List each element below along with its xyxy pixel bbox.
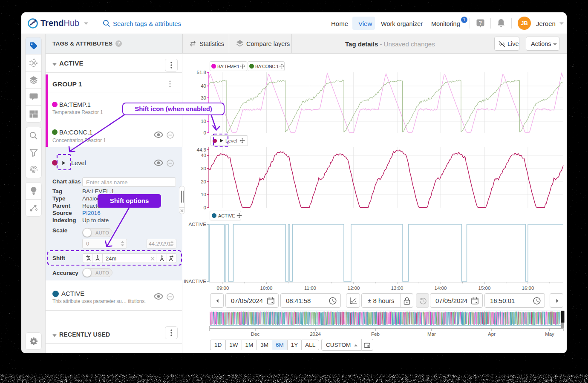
svg-text:13:00: 13:00 bbox=[391, 286, 404, 291]
svg-text:0: 0 bbox=[204, 130, 206, 135]
svg-text:12:00: 12:00 bbox=[348, 286, 360, 291]
svg-text:40: 40 bbox=[201, 83, 206, 89]
svg-text:44.3: 44.3 bbox=[197, 147, 206, 152]
svg-text:May: May bbox=[545, 332, 554, 337]
svg-text:40: 40 bbox=[201, 153, 206, 158]
svg-text:15:00: 15:00 bbox=[478, 286, 491, 291]
svg-text:14:00: 14:00 bbox=[435, 286, 447, 291]
svg-text:30: 30 bbox=[201, 95, 206, 100]
svg-text:20: 20 bbox=[201, 179, 206, 184]
svg-text:10: 10 bbox=[201, 119, 206, 124]
svg-text:30: 30 bbox=[201, 166, 206, 171]
svg-text:Feb: Feb bbox=[371, 332, 380, 337]
svg-text:09:00: 09:00 bbox=[217, 286, 229, 291]
svg-text:?: ? bbox=[479, 20, 482, 26]
svg-text:16:00: 16:00 bbox=[522, 286, 534, 291]
svg-text:Apr: Apr bbox=[488, 332, 496, 337]
svg-text:INACTIVE: INACTIVE bbox=[184, 279, 206, 284]
svg-text:Dec: Dec bbox=[251, 332, 260, 337]
svg-text:ACTIVE: ACTIVE bbox=[188, 222, 206, 227]
svg-text:10:00: 10:00 bbox=[260, 286, 273, 291]
svg-text:Mar: Mar bbox=[427, 332, 436, 337]
svg-text:0: 0 bbox=[204, 205, 206, 210]
svg-text:2024: 2024 bbox=[310, 332, 321, 337]
svg-text:11:00: 11:00 bbox=[304, 286, 316, 291]
svg-text:10: 10 bbox=[201, 192, 206, 197]
svg-text:51.8: 51.8 bbox=[197, 70, 206, 75]
